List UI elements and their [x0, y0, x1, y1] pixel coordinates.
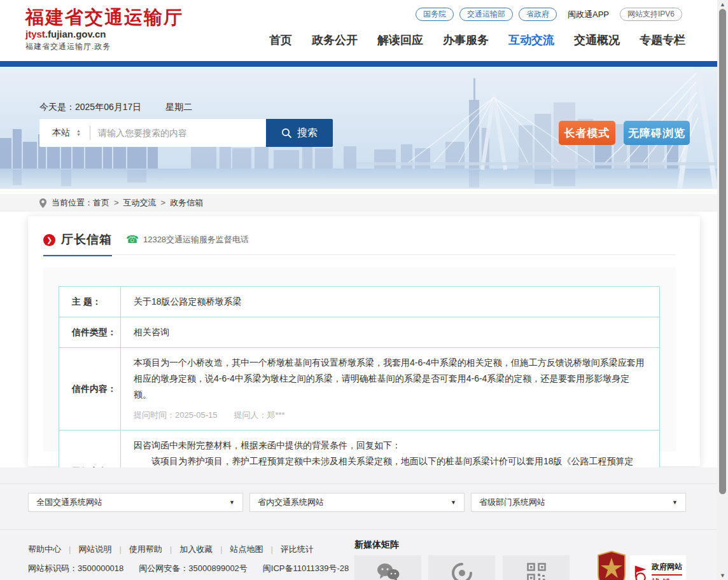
new-media-title: 新媒体矩阵 — [354, 539, 399, 551]
select-label: 全国交通系统网站 — [36, 497, 102, 508]
find-error-text: 政府网站 找错 — [652, 562, 682, 580]
reply-line1: 因咨询函中未附完整材料，根据来函中提供的背景条件，回复如下： — [134, 438, 647, 453]
icp-filing[interactable]: 闽ICP备11011339号-28 — [263, 563, 349, 574]
scrollbar[interactable]: ▲ ▼ — [717, 0, 728, 580]
footer: 全国交通系统网站 ▼ 省内交通系统网站 ▼ 省级部门系统网站 ▼ 帮助中心 网站… — [0, 467, 717, 580]
site-domain-prefix: jtyst — [25, 29, 45, 39]
page: 福建省交通运输厅 jtyst.fujian.gov.cn 福建省交通运输厅.政务… — [0, 0, 728, 580]
footer-link-add-favorite[interactable]: 加入收藏 — [179, 544, 230, 555]
footer-identifiers: 网站标识码：3500000018 闽公网安备：35000899002号 闽ICP… — [28, 563, 349, 574]
link-ministry-of-transport[interactable]: 交通运输部 — [459, 8, 513, 21]
breadcrumb-home[interactable]: 首页 — [93, 197, 123, 209]
site-domain: jtyst.fujian.gov.cn — [25, 29, 183, 39]
table-row-content: 信件内容： 本项目为一个小桥改造，其中一个桥墩桩基间有设置桥墩系梁，我套用4-6… — [59, 348, 660, 431]
letter-panel: 主 题： 关于18版公路定额桥墩系梁 信件类型： 相关咨询 信件内容： 本项目为… — [43, 267, 676, 452]
select-provincial-department-sites[interactable]: 省级部门系统网站 ▼ — [471, 493, 686, 512]
hotline-text: 12328交通运输服务监督电话 — [143, 234, 249, 245]
dropdown-arrow-icon: ▼ — [451, 499, 456, 506]
breadcrumb-strip: 当前位置： 首页 互动交流 政务信箱 — [0, 194, 717, 212]
table-row-subject: 主 题： 关于18版公路定额桥墩系梁 — [59, 287, 660, 317]
today-date: 今天是：2025年06月17日 — [39, 102, 141, 112]
tab-title: 厅长信箱 — [61, 231, 112, 248]
qrcode-box[interactable] — [503, 555, 570, 580]
minzhengtong-app-label[interactable]: 闽政通APP — [568, 9, 609, 20]
select-provincial-transport-sites[interactable]: 省内交通系统网站 ▼ — [249, 493, 465, 512]
select-label: 省内交通系统网站 — [258, 497, 324, 508]
table-row-type: 信件类型： 相关咨询 — [59, 317, 660, 348]
breadcrumb-mailbox: 政务信箱 — [170, 197, 203, 209]
footer-links: 帮助中心 网站说明 使用帮助 加入收藏 站点地图 评比统计 — [28, 544, 314, 555]
find-error-box[interactable]: 政府网站 找错 — [630, 555, 686, 580]
type-value: 相关咨询 — [121, 317, 660, 348]
nav-services[interactable]: 办事服务 — [443, 32, 489, 48]
link-provincial-government[interactable]: 省政府 — [519, 8, 557, 21]
breadcrumb-interaction[interactable]: 互动交流 — [123, 197, 171, 209]
find-error-logo-icon — [634, 564, 648, 580]
select-label: 省级部门系统网站 — [479, 497, 545, 508]
dropdown-arrow-icon: ▼ — [229, 499, 235, 506]
hotline: ☎ 12328交通运输服务监督电话 — [126, 234, 249, 245]
search-bar: 本站 ▲ ▼ 搜索 — [39, 119, 333, 147]
site-id-code: 网站标识码：3500000018 — [28, 563, 123, 574]
scrollbar-thumb[interactable] — [719, 9, 726, 494]
nav-interpretation[interactable]: 解读回应 — [377, 32, 423, 48]
find-error-line1: 政府网站 — [652, 562, 682, 572]
phone-icon: ☎ — [126, 235, 139, 245]
nav-special-columns[interactable]: 专题专栏 — [640, 32, 685, 48]
dropdown-arrow-icon: ▼ — [672, 499, 678, 506]
search-icon — [281, 128, 292, 139]
date-line: 今天是：2025年06月17日星期二 — [39, 102, 192, 113]
scrollbar-down-icon[interactable]: ▼ — [717, 571, 728, 580]
letter-content-meta: 提问时间：2025-05-15 提问人：郑*** — [134, 407, 647, 423]
nav-home[interactable]: 首页 — [269, 32, 292, 48]
link-state-council[interactable]: 国务院 — [416, 8, 454, 21]
scope-toggle-icon[interactable]: ▲ ▼ — [76, 129, 81, 137]
subject-value: 关于18版公路定额桥墩系梁 — [121, 287, 660, 317]
nav-interaction[interactable]: 互动交流 — [508, 32, 554, 48]
nav-gov-disclosure[interactable]: 政务公开 — [312, 32, 358, 48]
weibo-box[interactable] — [428, 555, 495, 580]
footer-divider-bottom — [0, 529, 717, 530]
search-box: 本站 ▲ ▼ — [39, 119, 266, 147]
select-national-transport-sites[interactable]: 全国交通系统网站 ▼ — [28, 493, 243, 512]
footer-link-site-map[interactable]: 站点地图 — [230, 544, 281, 555]
main-nav: 首页 政务公开 解读回应 办事服务 互动交流 交通概况 专题专栏 — [269, 32, 685, 48]
weibo-icon — [452, 563, 472, 580]
tab-row: ❯ 厅长信箱 ☎ 12328交通运输服务监督电话 — [43, 231, 676, 255]
footer-link-help-center[interactable]: 帮助中心 — [28, 544, 78, 555]
banner: 今天是：2025年06月17日星期二 本站 ▲ ▼ 搜索 长者模式 无障碍浏览 — [0, 67, 717, 189]
arrow-circle-icon: ❯ — [43, 234, 55, 246]
search-scope-select[interactable]: 本站 — [52, 127, 70, 139]
search-button[interactable]: 搜索 — [266, 119, 333, 147]
tab-director-mailbox[interactable]: ❯ 厅长信箱 — [43, 231, 112, 256]
chevron-right-icon: ❯ — [46, 236, 52, 244]
ipv6-support-badge: 网站支持IPV6 — [620, 8, 682, 21]
content-value: 本项目为一个小桥改造，其中一个桥墩桩基间有设置桥墩系梁，我套用4-6-4中系梁的… — [121, 348, 660, 431]
nav-transport-overview[interactable]: 交通概况 — [574, 32, 620, 48]
scrollbar-up-icon[interactable]: ▲ — [717, 0, 728, 9]
location-pin-icon — [39, 198, 46, 208]
site-title: 福建省交通运输厅 — [25, 7, 183, 27]
mailbox-card: ❯ 厅长信箱 ☎ 12328交通运输服务监督电话 主 题： 关于18版公路定额桥… — [28, 216, 700, 466]
breadcrumb-prefix: 当前位置： — [52, 197, 93, 209]
search-input[interactable] — [98, 128, 251, 138]
party-government-badge[interactable]: 党政机关 — [596, 550, 627, 580]
footer-link-usage-help[interactable]: 使用帮助 — [129, 544, 179, 555]
footer-link-evaluation-stats[interactable]: 评比统计 — [281, 544, 314, 555]
weekday: 星期二 — [165, 102, 192, 112]
public-security-filing[interactable]: 闽公网安备：35000899002号 — [139, 563, 248, 574]
header-divider-bar — [0, 61, 717, 67]
footer-link-site-description[interactable]: 网站说明 — [78, 544, 129, 555]
accessibility-button[interactable]: 无障碍浏览 — [624, 121, 690, 145]
site-group-selects: 全国交通系统网站 ▼ 省内交通系统网站 ▼ 省级部门系统网站 ▼ — [28, 493, 686, 512]
elder-mode-button[interactable]: 长者模式 — [559, 121, 615, 145]
site-header: 福建省交通运输厅 jtyst.fujian.gov.cn 福建省交通运输厅.政务… — [0, 0, 717, 61]
qrcode-icon — [527, 563, 546, 580]
content-label: 信件内容： — [59, 348, 121, 431]
sort-down-icon: ▼ — [76, 133, 81, 137]
footer-divider-top — [0, 483, 717, 484]
wechat-box[interactable] — [354, 555, 421, 580]
top-quick-links: 国务院 交通运输部 省政府 闽政通APP 网站支持IPV6 — [416, 8, 682, 21]
letter-content-text: 本项目为一个小桥改造，其中一个桥墩桩基间有设置桥墩系梁，我套用4-6-4中系梁的… — [134, 355, 647, 403]
subject-label: 主 题： — [59, 287, 121, 317]
